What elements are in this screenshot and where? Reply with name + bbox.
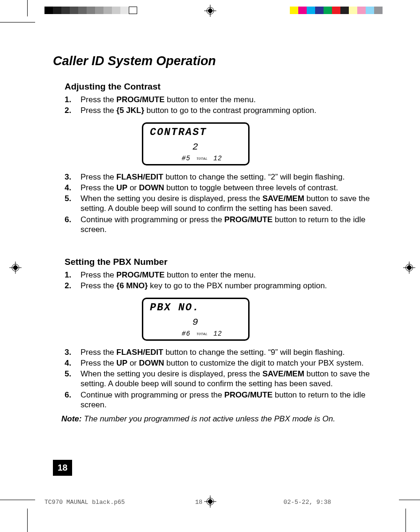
step-item: 5.When the setting you desire is display… bbox=[65, 369, 390, 389]
step-number: 1. bbox=[65, 95, 81, 105]
color-swatch bbox=[70, 7, 78, 14]
step-item: 2.Press the {5 JKL} button to go to the … bbox=[65, 105, 390, 115]
step-item: 1.Press the PROG/MUTE button to enter th… bbox=[65, 270, 390, 280]
step-text: Press the {5 JKL} button to go to the co… bbox=[81, 105, 390, 115]
step-text: Press the FLASH/EDIT button to change th… bbox=[81, 347, 390, 357]
footer-page: 18 bbox=[195, 499, 203, 506]
lcd-display-contrast: CONTRAST 2 #5 TOTAL 12 bbox=[142, 122, 390, 165]
step-item: 5.When the setting you desire is display… bbox=[65, 194, 390, 214]
footer: TC970 MAUNAL black.p65 18 02-5-22, 9:38 bbox=[44, 499, 383, 506]
color-swatch bbox=[112, 7, 120, 14]
step-number: 4. bbox=[65, 358, 81, 368]
crop-mark bbox=[27, 509, 28, 532]
color-swatch bbox=[357, 7, 366, 14]
steps-list-pbx-b: 3.Press the FLASH/EDIT button to change … bbox=[65, 347, 390, 410]
color-swatch bbox=[87, 7, 95, 14]
step-number: 3. bbox=[65, 347, 81, 357]
section-heading-pbx: Setting the PBX Number bbox=[65, 257, 390, 267]
crop-mark bbox=[0, 22, 35, 22]
color-swatch bbox=[298, 7, 307, 14]
color-swatch bbox=[53, 7, 61, 14]
lcd-line2: 2 bbox=[143, 142, 248, 152]
color-swatch bbox=[340, 7, 349, 14]
color-swatch bbox=[61, 7, 70, 14]
color-swatch bbox=[129, 7, 137, 14]
step-item: 3.Press the FLASH/EDIT button to change … bbox=[65, 172, 390, 182]
crop-mark bbox=[27, 0, 28, 16]
lcd-line3: #6 TOTAL 12 bbox=[182, 330, 222, 337]
lcd-index: #5 bbox=[182, 155, 191, 162]
step-number: 1. bbox=[65, 270, 81, 280]
color-swatch bbox=[44, 7, 53, 14]
lcd-index: #6 bbox=[182, 330, 191, 337]
lcd-screen: CONTRAST 2 #5 TOTAL 12 bbox=[142, 122, 250, 165]
content: Caller ID System Operation Adjusting the… bbox=[53, 54, 390, 424]
steps-list-contrast-b: 3.Press the FLASH/EDIT button to change … bbox=[65, 172, 390, 235]
color-swatch bbox=[366, 7, 374, 14]
step-number: 2. bbox=[65, 105, 81, 115]
step-item: 1.Press the PROG/MUTE button to enter th… bbox=[65, 95, 390, 105]
note-label: Note: bbox=[61, 414, 81, 423]
color-swatch bbox=[332, 7, 340, 14]
step-text: Press the UP or DOWN button to customize… bbox=[81, 358, 390, 368]
step-item: 6.Continue with programming or press the… bbox=[65, 390, 390, 410]
step-number: 2. bbox=[65, 281, 81, 291]
steps-list-contrast-a: 1.Press the PROG/MUTE button to enter th… bbox=[65, 95, 390, 116]
note-text: The number you programmed is not active … bbox=[81, 414, 335, 423]
crop-mark bbox=[0, 500, 35, 500]
step-text: Press the PROG/MUTE button to enter the … bbox=[81, 95, 390, 105]
lcd-line2: 9 bbox=[143, 317, 248, 328]
step-item: 4.Press the UP or DOWN button to customi… bbox=[65, 358, 390, 368]
step-text: Press the UP or DOWN button to toggle be… bbox=[81, 183, 390, 193]
step-number: 6. bbox=[65, 390, 81, 410]
footer-datetime: 02-5-22, 9:38 bbox=[284, 499, 331, 506]
color-swatch bbox=[120, 7, 129, 14]
step-text: When the setting you desire is displayed… bbox=[81, 194, 390, 214]
lcd-line1: PBX NO. bbox=[150, 302, 243, 314]
registration-mark-icon bbox=[403, 262, 415, 274]
footer-filename: TC970 MAUNAL black.p65 bbox=[44, 499, 125, 506]
page-title: Caller ID System Operation bbox=[53, 54, 390, 68]
step-number: 5. bbox=[65, 194, 81, 214]
color-swatch bbox=[374, 7, 383, 14]
step-text: Press the {6 MNO} key to go to the PBX n… bbox=[81, 281, 390, 291]
color-swatch bbox=[78, 7, 87, 14]
step-item: 3.Press the FLASH/EDIT button to change … bbox=[65, 347, 390, 357]
step-item: 2.Press the {6 MNO} key to go to the PBX… bbox=[65, 281, 390, 291]
step-number: 6. bbox=[65, 215, 81, 235]
section-heading-contrast: Adjusting the Contrast bbox=[65, 82, 390, 92]
lcd-total: 12 bbox=[214, 330, 222, 337]
color-swatch bbox=[324, 7, 332, 14]
lcd-total-label: TOTAL bbox=[195, 332, 209, 336]
color-swatch bbox=[103, 7, 112, 14]
color-swatch bbox=[349, 7, 357, 14]
lcd-line1: CONTRAST bbox=[150, 127, 243, 138]
lcd-line3: #5 TOTAL 12 bbox=[182, 155, 222, 162]
step-number: 3. bbox=[65, 172, 81, 182]
lcd-total: 12 bbox=[214, 155, 222, 162]
step-text: Continue with programming or press the P… bbox=[81, 390, 390, 410]
registration-mark-icon bbox=[9, 262, 22, 274]
note: Note: The number you programmed is not a… bbox=[61, 414, 390, 424]
color-swatch bbox=[95, 7, 103, 14]
color-swatch bbox=[307, 7, 315, 14]
lcd-display-pbx: PBX NO. 9 #6 TOTAL 12 bbox=[142, 298, 390, 341]
lcd-total-label: TOTAL bbox=[195, 157, 209, 161]
crop-mark bbox=[399, 500, 420, 500]
step-number: 4. bbox=[65, 183, 81, 193]
step-text: Press the FLASH/EDIT button to change th… bbox=[81, 172, 390, 182]
color-swatch bbox=[315, 7, 324, 14]
steps-list-pbx-a: 1.Press the PROG/MUTE button to enter th… bbox=[65, 270, 390, 291]
step-item: 4.Press the UP or DOWN button to toggle … bbox=[65, 183, 390, 193]
page-number: 18 bbox=[53, 460, 72, 476]
registration-mark-icon bbox=[204, 5, 216, 17]
step-text: Press the PROG/MUTE button to enter the … bbox=[81, 270, 390, 280]
page: Caller ID System Operation Adjusting the… bbox=[0, 0, 420, 532]
step-text: When the setting you desire is displayed… bbox=[81, 369, 390, 389]
step-item: 6.Continue with programming or press the… bbox=[65, 215, 390, 235]
step-number: 5. bbox=[65, 369, 81, 389]
step-text: Continue with programming or press the P… bbox=[81, 215, 390, 235]
color-swatch bbox=[290, 7, 298, 14]
crop-mark bbox=[405, 509, 406, 532]
lcd-screen: PBX NO. 9 #6 TOTAL 12 bbox=[142, 298, 250, 341]
